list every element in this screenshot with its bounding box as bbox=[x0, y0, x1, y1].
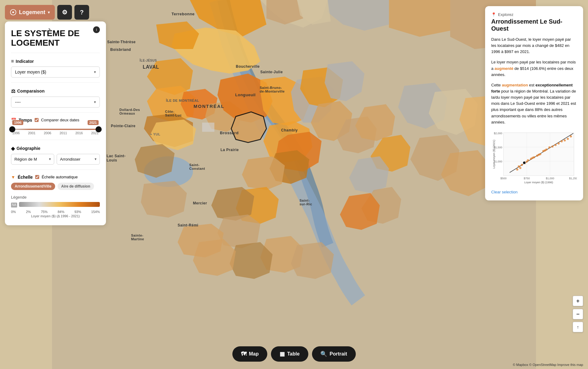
compass-button[interactable]: ↑ bbox=[573, 322, 583, 332]
map-label-chambly: Chambly bbox=[281, 128, 298, 132]
svg-point-76 bbox=[555, 144, 557, 146]
geo-region-value: Région de M bbox=[14, 157, 37, 162]
time-slider[interactable]: 1996 2021 1996 2001 2006 2011 2016 2021 bbox=[12, 129, 99, 135]
indicator-label-text: Indicator bbox=[16, 59, 34, 64]
map-label-ile-jesus: ÎLE-JÉSUS bbox=[140, 59, 157, 62]
desc-text-1: Dans Le Sud-Ouest, le loyer moyen payé p… bbox=[491, 36, 577, 55]
echelle-auto-label-text: Échelle automatique bbox=[42, 175, 78, 179]
divider-5 bbox=[11, 169, 100, 170]
svg-point-70 bbox=[552, 145, 554, 147]
svg-point-73 bbox=[532, 157, 534, 159]
clear-selection-link[interactable]: Clear selection bbox=[491, 190, 577, 194]
geo-dropdown-region[interactable]: Région de M ▾ bbox=[11, 154, 54, 165]
legend-section: Légende NA 0% 2% 75% 84% 93% 154% Loyer … bbox=[11, 195, 100, 218]
zoom-in-button[interactable]: + bbox=[573, 296, 583, 306]
svg-text:$1,250: $1,250 bbox=[569, 177, 577, 180]
right-panel: 📍 Explorez Arrondissement Le Sud-Ouest D… bbox=[485, 6, 583, 200]
topbar: Logement ▾ ⚙ ? bbox=[5, 5, 89, 20]
map-navigation: + − ↑ bbox=[573, 296, 583, 332]
geo-type-value: Arrondisser bbox=[60, 157, 80, 162]
indicator-arrow-icon: ▾ bbox=[94, 70, 96, 74]
legend-bar bbox=[19, 202, 100, 207]
chip-aire-diffusion[interactable]: Aire de diffusion bbox=[58, 183, 94, 190]
map-label-cote-saint-luc: Côte-Saint-Luc bbox=[165, 110, 182, 117]
echelle-label-text: Échelle bbox=[18, 175, 33, 180]
legend-title: Légende bbox=[11, 195, 100, 200]
geo-dropdown-type[interactable]: Arrondisser ▾ bbox=[57, 154, 100, 165]
map-attribution: © Mapbox © OpenStreetMap Improve this ma… bbox=[513, 363, 583, 367]
app-icon bbox=[10, 9, 17, 16]
slider-thumb-right[interactable] bbox=[96, 126, 102, 132]
svg-point-75 bbox=[544, 149, 546, 151]
svg-point-58 bbox=[518, 165, 520, 167]
desc3-mid: est exceptionnellement forte pour la rég… bbox=[491, 83, 576, 124]
map-label-yul: + YUL bbox=[150, 132, 160, 136]
tick-2001: 2001 bbox=[28, 131, 36, 135]
map-label-ile-montreal: ÎLE DE MONTRÉAL bbox=[166, 99, 199, 102]
indicator-dropdown[interactable]: Loyer moyen ($) ▾ bbox=[11, 67, 100, 78]
zoom-out-button[interactable]: − bbox=[573, 309, 583, 319]
portrait-label: Portrait bbox=[330, 351, 347, 357]
svg-text:$1,000: $1,000 bbox=[546, 177, 554, 180]
map-button[interactable]: 🗺 Map bbox=[232, 346, 267, 362]
svg-point-74 bbox=[538, 154, 540, 156]
echelle-chips: Arrondissement/Ville Aire de diffusion bbox=[11, 183, 100, 190]
svg-point-62 bbox=[527, 159, 529, 161]
svg-point-78 bbox=[561, 140, 563, 142]
divider-3 bbox=[11, 112, 100, 113]
divider-1 bbox=[11, 53, 100, 53]
echelle-row: ▼ Échelle Échelle automatique bbox=[11, 175, 100, 180]
comparaison-dropdown[interactable]: ---- ▾ bbox=[11, 97, 100, 108]
portrait-button[interactable]: 🔍 Portrait bbox=[312, 346, 356, 362]
svg-text:Loyer moyen ($) (2021): Loyer moyen ($) (2021) bbox=[492, 140, 496, 169]
slider-thumb-left[interactable] bbox=[9, 126, 15, 132]
portrait-icon: 🔍 bbox=[320, 351, 327, 357]
legend-sublabel: Loyer moyen ($) (Δ 1996 - 2021) bbox=[11, 214, 100, 218]
desc-text-3: Cette augmentation est exceptionnellemen… bbox=[491, 82, 577, 125]
legend-val-84: 84% bbox=[58, 210, 64, 214]
attribution-text: © Mapbox © OpenStreetMap Improve this ma… bbox=[513, 363, 583, 367]
divider-4 bbox=[11, 140, 100, 140]
legend-val-93: 93% bbox=[74, 210, 81, 214]
echelle-auto-checkbox[interactable] bbox=[35, 175, 39, 179]
map-label-saint-bruno: Saint-Bruno-de-Montarville bbox=[260, 86, 285, 93]
scatter-chart: $2,000 $1,500 $1,000 $500 $750 $1,000 $1… bbox=[491, 130, 577, 186]
comparaison-icon: ⚖ bbox=[11, 88, 15, 94]
slider-track: 1996 2021 bbox=[12, 129, 99, 130]
comparaison-value: ---- bbox=[15, 100, 21, 105]
panel-subtitle: Arrondissement Le Sud-Ouest bbox=[491, 18, 577, 32]
help-button[interactable]: ? bbox=[74, 5, 89, 20]
map-label-sainte-martine: Sainte-Martine bbox=[131, 234, 144, 241]
app-logo-button[interactable]: Logement ▾ bbox=[5, 5, 55, 20]
svg-point-79 bbox=[564, 139, 566, 141]
svg-point-80 bbox=[567, 138, 569, 140]
map-label-la-prairie: La Prairie bbox=[221, 148, 239, 152]
table-button[interactable]: ▦ Table bbox=[271, 346, 308, 362]
svg-text:$2,000: $2,000 bbox=[494, 132, 502, 135]
chip-arrondissement[interactable]: Arrondissement/Ville bbox=[11, 183, 55, 190]
comparer-checkbox[interactable] bbox=[35, 118, 39, 122]
scatter-svg: $2,000 $1,500 $1,000 $500 $750 $1,000 $1… bbox=[491, 130, 577, 185]
info-button[interactable]: i bbox=[93, 26, 100, 33]
bottom-navigation: 🗺 Map ▦ Table 🔍 Portrait bbox=[232, 346, 356, 362]
desc3-highlight: augmentation bbox=[502, 83, 528, 87]
svg-point-69 bbox=[548, 146, 551, 148]
map-label-boucherville: Boucherville bbox=[236, 64, 260, 69]
geo-type-arrow-icon: ▾ bbox=[95, 157, 96, 161]
map-label-saint-constant: Saint-Constant bbox=[189, 163, 205, 170]
geo-row: Région de M ▾ Arrondisser ▾ bbox=[11, 154, 100, 165]
geo-section-label: ◆ Géographie bbox=[11, 146, 100, 151]
slider-ticks: 1996 2001 2006 2011 2016 2021 bbox=[12, 131, 99, 135]
settings-button[interactable]: ⚙ bbox=[57, 5, 72, 20]
divider-2 bbox=[11, 82, 100, 83]
table-icon: ▦ bbox=[280, 351, 285, 357]
legend-labels: 0% 2% 75% 84% 93% 154% bbox=[11, 210, 100, 214]
svg-point-60 bbox=[516, 168, 518, 170]
legend-val-154: 154% bbox=[91, 210, 100, 214]
svg-point-77 bbox=[558, 142, 560, 144]
legend-bar-row: NA bbox=[11, 202, 100, 208]
map-label-mercier: Mercier bbox=[193, 201, 207, 205]
comparaison-section-label: ⚖ Comparaison bbox=[11, 88, 100, 94]
map-label-laval: LAVAL bbox=[143, 64, 159, 70]
comparaison-label-text: Comparaison bbox=[17, 89, 44, 93]
